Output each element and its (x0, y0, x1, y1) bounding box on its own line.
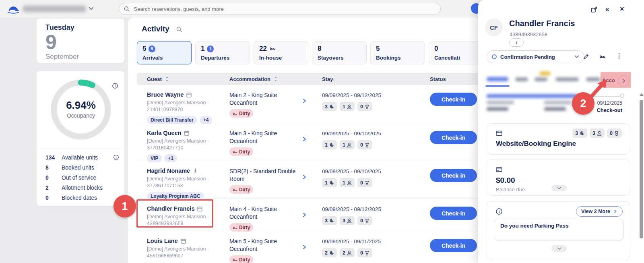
reservation-id: 2140110978970 (147, 107, 183, 112)
guest-name[interactable]: Louis Lane (147, 238, 178, 244)
guest-tag[interactable]: Direct Bill Transfer (147, 116, 197, 124)
check-in-button[interactable]: Check-in (430, 93, 477, 106)
guest-detail-panel: « × CF Chandler Francis 4389493932658 + … (478, 0, 644, 263)
tab-label: Bookings (376, 55, 419, 61)
property-name: [Demo] Avengers Mansion - (147, 138, 209, 144)
activity-tab[interactable]: 5 5 Arrivals (137, 41, 192, 64)
edit-pencil-icon[interactable] (583, 54, 589, 60)
housekeeping-icon (233, 225, 237, 230)
activity-tab[interactable]: 22 In-house (254, 41, 308, 64)
guest-email-blurred[interactable] (487, 94, 578, 98)
info-icon[interactable] (112, 83, 118, 89)
panel-tab-active-blurred[interactable] (487, 77, 508, 81)
check-in-button[interactable]: Check-in (430, 131, 477, 144)
sort-icon[interactable] (165, 77, 169, 81)
moon-icon (580, 131, 584, 136)
panel-scrollbar[interactable] (640, 100, 643, 238)
tab-label: Arrivals (142, 55, 186, 61)
guest-id: 4389493932658 (510, 31, 547, 37)
browser-window-icon (496, 130, 502, 137)
view-more-button[interactable]: View 2 More (576, 206, 623, 217)
booking-source-card: 3 3 0 Website/Booking Engine (487, 123, 630, 155)
guest-name[interactable]: Karla Queen (147, 130, 181, 136)
guest-name[interactable]: Hagrid Noname (147, 168, 190, 174)
collapse-panel-icon[interactable]: « (605, 5, 609, 13)
children-badge: 0 (357, 248, 372, 257)
stay-dates: 09/09/2025 - 09/12/2025 (322, 92, 421, 98)
housekeeping-status-badge: Dirty (229, 185, 253, 194)
expand-row-chevron[interactable] (302, 244, 307, 250)
global-search[interactable] (119, 3, 441, 15)
panel-tab-blurred[interactable] (555, 77, 579, 81)
cloudbeds-logo (6, 3, 20, 14)
moon-icon (329, 104, 334, 109)
person-icon (347, 180, 352, 185)
guest-name[interactable]: Bruce Wayne (147, 91, 184, 98)
expand-notes-button[interactable] (551, 245, 567, 252)
activity-tab[interactable]: 5 Bookings (370, 41, 425, 64)
status-ring-icon (492, 54, 497, 59)
reservation-id: 4561668869607 (147, 253, 183, 259)
room-bed-icon[interactable] (599, 54, 606, 60)
room-name: Main 3 - King Suite Oceanfront (229, 130, 298, 145)
credit-card-icon (496, 166, 502, 173)
chevron-down-icon (557, 186, 561, 191)
bed-icon (269, 46, 276, 52)
sort-icon[interactable] (274, 77, 278, 81)
expand-balance-button[interactable] (551, 185, 567, 191)
child-icon (365, 104, 369, 109)
tab-count: 8 (318, 45, 321, 53)
chevron-down-icon[interactable] (89, 6, 94, 11)
housekeeping-status-badge: Dirty (229, 255, 253, 263)
stay-dates: 09/09/2025 - 09/11/2025 (322, 238, 421, 244)
activity-tab[interactable]: 8 Stayovers (312, 41, 367, 64)
panel-tab-blurred[interactable] (535, 77, 547, 81)
view-more-label: View 2 More (581, 209, 610, 214)
guests-count: 3 (592, 130, 595, 136)
property-name-blurred[interactable] (23, 6, 86, 12)
children-badge: 0 (357, 216, 372, 225)
close-panel-icon[interactable]: × (620, 5, 624, 13)
activity-tab[interactable]: 0 Cancellati (429, 41, 483, 64)
scrollbar-up-arrow[interactable] (640, 93, 644, 96)
booking-source-title: Website/Booking Engine (496, 140, 576, 148)
tab-count: 0 (434, 45, 438, 53)
tab-count: 22 (259, 45, 267, 53)
activity-tab[interactable]: 1 1 Departures (195, 41, 250, 64)
kebab-menu-icon[interactable]: ⋮ (616, 52, 622, 60)
expand-row-chevron[interactable] (302, 174, 307, 180)
activity-search-icon[interactable] (176, 27, 182, 33)
check-in-button[interactable]: Check-in (430, 239, 477, 252)
nights-badge: 2 (322, 248, 337, 257)
stat-value: 2 (45, 184, 62, 191)
add-tag-button[interactable]: + (509, 38, 524, 47)
expand-row-chevron[interactable] (302, 212, 307, 217)
housekeeping-status: Dirty (239, 225, 250, 230)
stat-value: 134 (45, 154, 62, 161)
annotation-highlight-box-1 (136, 199, 213, 228)
person-icon (347, 251, 352, 255)
panel-tab-blurred[interactable] (515, 77, 528, 81)
housekeeping-icon (233, 111, 237, 116)
child-icon (365, 218, 369, 223)
search-input[interactable] (133, 6, 436, 12)
housekeeping-status-badge: Dirty (229, 109, 253, 118)
check-in-button[interactable]: Check-in (430, 169, 477, 182)
housekeeping-icon (233, 187, 237, 192)
stat-row: 8 Booked units (45, 162, 119, 172)
open-new-window-icon[interactable] (591, 6, 597, 13)
tab-label: In-house (259, 55, 303, 61)
nights-badge: 1 (322, 140, 337, 149)
expand-row-chevron[interactable] (302, 137, 307, 142)
info-icon[interactable] (114, 155, 119, 160)
chevron-down-icon (557, 246, 561, 251)
expand-row-chevron[interactable] (302, 98, 307, 104)
children-badge: 0 (357, 140, 372, 149)
summary-blurred (544, 107, 566, 111)
guest-note[interactable]: Do you need Parking Pass (495, 219, 623, 240)
nights-badge: 3 (322, 216, 337, 225)
reservation-status-dropdown[interactable]: Confirmation Pending (487, 50, 584, 63)
guest-tag[interactable]: +4 (200, 116, 213, 124)
stat-label: Allotment blocks (62, 184, 114, 191)
check-in-button[interactable]: Check-in (430, 207, 477, 220)
